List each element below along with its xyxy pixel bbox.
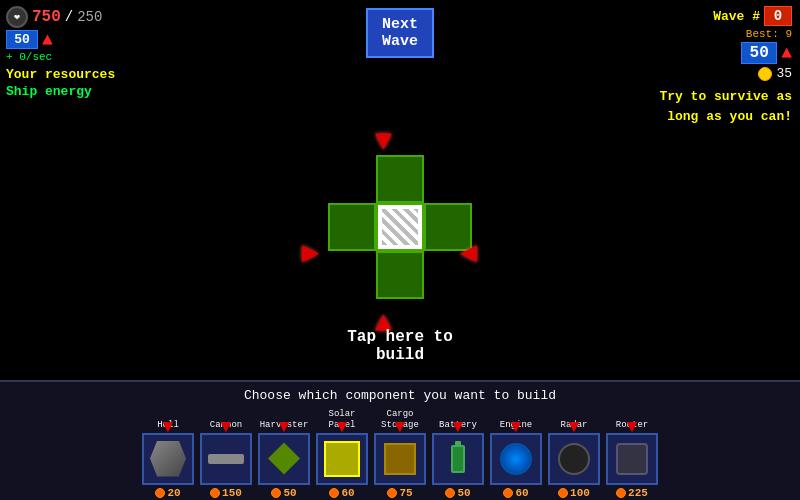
engine-arrow: ▼ (511, 417, 522, 437)
solar-icon-box[interactable]: ▼ (316, 433, 368, 485)
cannon-shape (208, 454, 244, 464)
component-cannon[interactable]: Cannon ▼ 150 (200, 411, 252, 499)
ship-grid[interactable] (328, 155, 472, 299)
cargo-icon-box[interactable]: ▼ (374, 433, 426, 485)
harvester-icon-box[interactable]: ▼ (258, 433, 310, 485)
grid-cell-bottom[interactable] (376, 251, 424, 299)
hull-cost: 20 (167, 487, 180, 499)
battery-shape (451, 445, 465, 473)
arrow-right[interactable]: ◀ (460, 240, 477, 268)
hull-arrow: ▼ (163, 417, 174, 437)
cannon-icon-box[interactable]: ▼ (200, 433, 252, 485)
component-solar[interactable]: SolarPanel ▼ 60 (316, 409, 368, 499)
radar-shape (558, 443, 590, 475)
solar-cost: 60 (341, 487, 354, 499)
engine-shape (500, 443, 532, 475)
game-area: ▼ ▶ ◀ ▲ Tap here to build (0, 0, 800, 380)
router-cost-icon (616, 488, 626, 498)
battery-cost: 50 (457, 487, 470, 499)
cargo-cost: 75 (399, 487, 412, 499)
choose-label: Choose which component you want to build (0, 382, 800, 403)
hull-icon-box[interactable]: ▼ (142, 433, 194, 485)
arrow-left[interactable]: ▶ (302, 240, 319, 268)
cannon-arrow: ▼ (221, 417, 232, 437)
battery-icon-box[interactable]: ▼ (432, 433, 484, 485)
engine-icon-box[interactable]: ▼ (490, 433, 542, 485)
harvester-shape (268, 443, 300, 475)
grid-cell-top[interactable] (376, 155, 424, 203)
cargo-cost-icon (387, 488, 397, 498)
radar-cost: 100 (570, 487, 590, 499)
cannon-cost: 150 (222, 487, 242, 499)
component-radar[interactable]: Radar ▼ 100 (548, 411, 600, 499)
engine-cost-icon (503, 488, 513, 498)
solar-arrow: ▼ (337, 417, 348, 437)
component-cargo[interactable]: CargoStorage ▼ 75 (374, 409, 426, 499)
component-engine[interactable]: Engine ▼ 60 (490, 411, 542, 499)
component-battery[interactable]: Battery ▼ 50 (432, 411, 484, 499)
solar-cost-icon (329, 488, 339, 498)
bottom-panel: Choose which component you want to build… (0, 380, 800, 500)
harvester-cost: 50 (283, 487, 296, 499)
engine-cost: 60 (515, 487, 528, 499)
harvester-arrow: ▼ (279, 417, 290, 437)
component-router[interactable]: Router ▼ 225 (606, 411, 658, 499)
harvester-cost-icon (271, 488, 281, 498)
radar-cost-icon (558, 488, 568, 498)
router-arrow: ▼ (627, 417, 638, 437)
cargo-arrow: ▼ (395, 417, 406, 437)
radar-arrow: ▼ (569, 417, 580, 437)
router-cost: 225 (628, 487, 648, 499)
tap-build-text[interactable]: Tap here to build (347, 328, 453, 364)
solar-shape (324, 441, 360, 477)
battery-arrow: ▼ (453, 417, 464, 437)
radar-icon-box[interactable]: ▼ (548, 433, 600, 485)
router-shape (616, 443, 648, 475)
cargo-shape (384, 443, 416, 475)
components-row: Hull ▼ 20 Cannon ▼ 150 Harvester (0, 409, 800, 499)
component-harvester[interactable]: Harvester ▼ 50 (258, 411, 310, 499)
arrow-down-top[interactable]: ▼ (375, 128, 392, 156)
hull-cost-icon (155, 488, 165, 498)
grid-cell-center[interactable] (376, 203, 424, 251)
battery-cost-icon (445, 488, 455, 498)
hull-shape (150, 441, 186, 477)
component-hull[interactable]: Hull ▼ 20 (142, 411, 194, 499)
grid-cell-left[interactable] (328, 203, 376, 251)
router-icon-box[interactable]: ▼ (606, 433, 658, 485)
cannon-cost-icon (210, 488, 220, 498)
